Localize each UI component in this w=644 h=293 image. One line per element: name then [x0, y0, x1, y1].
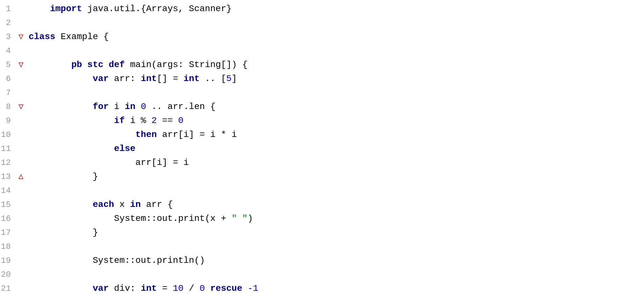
token-plain: }	[93, 226, 98, 239]
code-line: var div: int = 10 / 0 rescue -1	[29, 282, 644, 293]
line-number: 10	[0, 128, 13, 142]
svg-marker-1	[19, 63, 23, 67]
fold-cell	[17, 268, 25, 282]
line-number: 1	[0, 2, 13, 16]
token-type-int: int	[141, 72, 157, 85]
code-line	[29, 240, 644, 254]
fold-cell	[17, 282, 25, 293]
code-line: then arr[i] = i * i	[29, 128, 644, 142]
code-line: var arr: int[] = int .. [5]	[29, 72, 644, 86]
line-number: 18	[0, 240, 13, 254]
line-number: 6	[0, 72, 13, 86]
token-plain: x	[114, 198, 130, 211]
line-number: 14	[0, 184, 13, 198]
code-line: for i in 0 .. arr.len {	[29, 100, 644, 114]
token-plain: java.util.{Arrays, Scanner}	[82, 2, 231, 15]
line-number: 4	[0, 44, 13, 58]
token-plain: i	[109, 100, 125, 113]
code-line	[29, 86, 644, 100]
token-plain: [] =	[157, 72, 183, 85]
fold-cell	[17, 184, 25, 198]
token-plain	[103, 58, 109, 71]
fold-cell[interactable]	[17, 100, 25, 114]
token-num: 0	[141, 100, 146, 113]
token-kw-class: class	[29, 30, 55, 43]
token-plain: .. arr.len {	[146, 100, 216, 113]
fold-cell	[17, 142, 25, 156]
token-kw-if: if	[114, 114, 125, 127]
svg-marker-0	[19, 35, 23, 39]
svg-marker-3	[19, 175, 23, 179]
token-num: 2	[151, 114, 157, 127]
token-kw-else: else	[114, 142, 135, 155]
token-kw-for: for	[93, 100, 109, 113]
line-number: 15	[0, 198, 13, 212]
token-plain: /	[183, 282, 199, 293]
token-plain	[82, 58, 87, 71]
fold-column	[17, 1, 25, 293]
fold-cell	[17, 72, 25, 86]
token-num: -1	[248, 282, 258, 293]
token-plain: Example {	[55, 30, 109, 43]
line-number: 11	[0, 142, 13, 156]
fold-cell	[17, 86, 25, 100]
fold-cell	[17, 254, 25, 268]
code-line: }	[29, 170, 644, 184]
fold-cell[interactable]	[17, 30, 25, 44]
fold-cell	[17, 128, 25, 142]
code-line: else	[29, 142, 644, 156]
token-plain: )	[248, 212, 253, 225]
token-kw-var: var	[93, 282, 109, 293]
line-number: 8	[0, 100, 13, 114]
token-str: " "	[232, 212, 248, 225]
token-plain: main(args: String[]) {	[125, 58, 248, 71]
token-plain: arr {	[141, 198, 173, 211]
fold-cell[interactable]	[17, 170, 25, 184]
line-number: 13	[0, 170, 13, 184]
code-line: class Example {	[29, 30, 644, 44]
token-plain: System::out.println()	[93, 254, 205, 267]
fold-cell	[17, 44, 25, 58]
token-plain	[205, 282, 210, 293]
code-line: pb stc def main(args: String[]) {	[29, 58, 644, 72]
fold-cell	[17, 198, 25, 212]
code-line: arr[i] = i	[29, 156, 644, 170]
code-line: }	[29, 226, 644, 240]
token-plain: System::out.print(x +	[114, 212, 232, 225]
token-kw-then: then	[135, 128, 157, 141]
line-number: 3	[0, 30, 13, 44]
token-num: 10	[173, 282, 184, 293]
code-line	[29, 16, 644, 30]
token-plain: ==	[157, 114, 178, 127]
code-line: System::out.print(x + " ")	[29, 212, 644, 226]
token-num: 0	[178, 114, 184, 127]
token-plain: .. [	[200, 72, 226, 85]
fold-cell	[17, 240, 25, 254]
token-plain: i %	[125, 114, 151, 127]
code-line: each x in arr {	[29, 198, 644, 212]
token-num: 5	[226, 72, 232, 85]
token-plain: =	[157, 282, 173, 293]
token-kw-stc: stc	[87, 58, 103, 71]
token-plain: arr[i] = i * i	[157, 128, 237, 141]
token-plain: arr:	[109, 72, 141, 85]
token-kw-rescue: rescue	[210, 282, 242, 293]
token-plain	[242, 282, 248, 293]
code-line: import java.util.{Arrays, Scanner}	[29, 2, 644, 16]
code-line: if i % 2 == 0	[29, 114, 644, 128]
token-type-int: int	[183, 72, 199, 85]
code-editor: 1234567891011121314151617181920212223242…	[0, 0, 644, 293]
line-number: 21	[0, 282, 13, 293]
fold-cell	[17, 114, 25, 128]
token-kw-in: in	[130, 198, 141, 211]
line-number: 20	[0, 268, 13, 282]
token-plain: }	[93, 170, 98, 183]
token-plain: arr[i] = i	[135, 156, 189, 169]
fold-cell[interactable]	[17, 58, 25, 72]
line-numbers: 1234567891011121314151617181920212223242…	[0, 1, 17, 293]
token-kw-in: in	[125, 100, 135, 113]
svg-marker-2	[19, 105, 23, 109]
line-number: 17	[0, 226, 13, 240]
token-kw-import: import	[50, 2, 82, 15]
token-num: 0	[200, 282, 205, 293]
